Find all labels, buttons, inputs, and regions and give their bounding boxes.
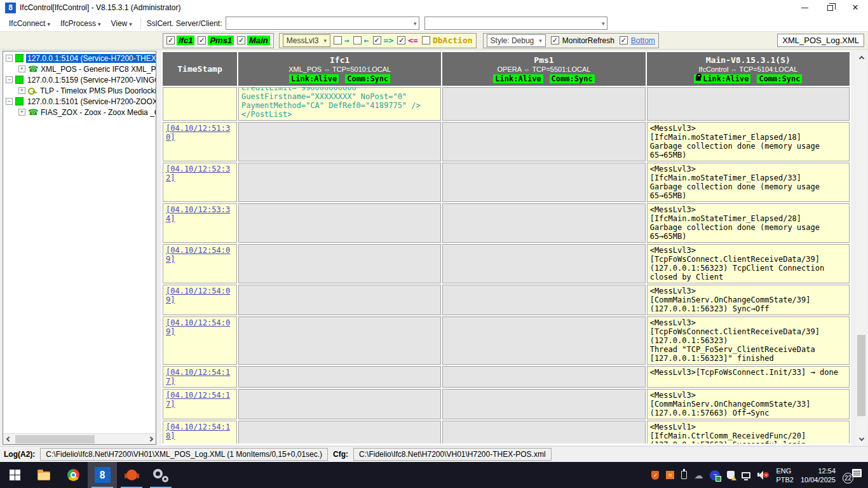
filter-toggle-3[interactable]: ✓<=: [397, 36, 418, 45]
tree-item-label: XML_POS - Generic IFC8 XML_POS I: [39, 65, 156, 74]
start-button[interactable]: [0, 462, 29, 488]
log-vertical-scrollbar[interactable]: [856, 51, 867, 445]
pms1-cell: [442, 203, 645, 243]
language-indicator[interactable]: ENG PTB2: [776, 466, 794, 484]
timestamp-link[interactable]: [04.10/12:54:09]: [166, 246, 230, 264]
tree-item-5[interactable]: +☎FIAS_ZOX - Zoox - Zoox Media _Conn: [3, 107, 156, 118]
chevron-up-icon: [858, 56, 864, 61]
expand-icon[interactable]: +: [18, 65, 25, 72]
volume-tray-button[interactable]: ×: [757, 471, 769, 480]
filter-checkbox-2[interactable]: ✓: [373, 36, 381, 44]
mess-level-combo[interactable]: MessLvl3 ▾: [283, 34, 330, 47]
scroll-down-button[interactable]: [860, 433, 864, 442]
comm-status-badge: Comm:Sync: [550, 74, 595, 83]
log-table-header: TimeStampIfc1XML_POS ⇔ TCP=5010:LOCALLin…: [163, 52, 850, 86]
ifc8-app-button[interactable]: 8: [88, 462, 117, 488]
main-message: <MessLvl3> [TcpFoWsConnect.ClientReceive…: [650, 246, 825, 281]
channel-checkbox-group: ✓Ifc1✓Pms1✓Main: [163, 33, 274, 48]
filter-toggle-2[interactable]: ✓=>: [373, 36, 394, 45]
filter-checkbox-1[interactable]: [353, 36, 362, 44]
expand-icon[interactable]: +: [18, 109, 25, 116]
filter-checkbox-3[interactable]: ✓: [397, 36, 405, 44]
tree-scroll-thumb[interactable]: [15, 435, 95, 444]
usb-icon: [681, 471, 687, 479]
bottom-option[interactable]: ✓ Bottom: [620, 36, 655, 45]
expand-icon[interactable]: +: [18, 87, 25, 94]
network-tray-button[interactable]: [742, 472, 750, 478]
monitor-refresh-checkbox[interactable]: ✓: [551, 36, 559, 44]
collapse-icon[interactable]: −: [6, 98, 13, 105]
restore-button[interactable]: [817, 0, 843, 15]
notification-center-button[interactable]: 22: [843, 469, 862, 482]
settings-app-button[interactable]: [146, 462, 175, 488]
main-message: <MessLvl3>[IfcMain.moStateTimer_Elapsed/…: [650, 165, 820, 200]
collapse-icon[interactable]: −: [6, 55, 13, 62]
timestamp-cell: [04.10/12:54:17]: [163, 389, 237, 419]
timestamp-link[interactable]: [04.10/12:52:32]: [166, 165, 230, 182]
tree-item-0[interactable]: −127.0.0.1:5104 (Service-H7200-THEX-PO: [3, 53, 156, 64]
scroll-right-button[interactable]: [145, 434, 156, 445]
log-scroll-thumb[interactable]: [857, 335, 865, 416]
filter-toggle-1[interactable]: ←: [353, 36, 369, 45]
main-message: <MessLvl3>[IfcMain.moStateTimer_Elapsed/…: [650, 124, 820, 159]
filter-toggle-0[interactable]: →: [334, 36, 349, 45]
monitor-refresh-option[interactable]: ✓ MonitorRefresh: [551, 36, 614, 45]
bottom-link[interactable]: Bottom: [631, 36, 655, 45]
close-button[interactable]: ×: [843, 0, 868, 15]
main-message: <MessLvl3> [TcpFoWsConnect.ClientReceive…: [650, 318, 820, 363]
timestamp-link[interactable]: [04.10/12:54:09]: [166, 287, 230, 304]
filter-checkbox-4[interactable]: [422, 36, 430, 44]
defender-tray-button[interactable]: [727, 471, 735, 479]
menu-item-view[interactable]: View▾: [105, 17, 137, 30]
file-explorer-button[interactable]: [29, 462, 58, 488]
tree-item-2[interactable]: −127.0.0.1:5159 (Service-H7200-VINGCAF: [3, 74, 156, 85]
scroll-left-button[interactable]: [3, 434, 14, 445]
java-update-tray-button[interactable]: ≈: [666, 471, 674, 479]
filter-label-4: DbAction: [433, 36, 473, 45]
timestamp-link[interactable]: [04.10/12:54:18]: [166, 423, 230, 440]
ssl-server-combo[interactable]: ▾: [226, 17, 419, 30]
filter-checkbox-0[interactable]: [334, 36, 342, 44]
tree-horizontal-scrollbar[interactable]: [3, 433, 156, 444]
pms1-cell: [442, 316, 645, 365]
clock[interactable]: 12:54 10/04/2025: [801, 466, 836, 484]
timestamp-link[interactable]: [04.10/12:54:17]: [166, 368, 230, 386]
monitor-app-tray-button[interactable]: ~: [710, 470, 720, 480]
tree-item-3[interactable]: +TLP - Timelox PMS Plus Doorlocking S: [3, 85, 156, 96]
bottom-checkbox[interactable]: ✓: [620, 36, 628, 44]
minimize-button[interactable]: [792, 0, 817, 15]
collapse-icon[interactable]: −: [6, 76, 13, 83]
ifc1-checkbox[interactable]: ✓: [166, 36, 175, 44]
ssl-client-combo[interactable]: ▾: [424, 17, 607, 30]
pms1-checkbox[interactable]: ✓: [198, 36, 206, 44]
channel-toggle-pms1[interactable]: ✓Pms1: [198, 36, 234, 45]
scroll-up-button[interactable]: [860, 53, 864, 62]
timestamp-link[interactable]: [04.10/12:54:17]: [166, 391, 230, 409]
column-title: Pms1: [534, 55, 553, 65]
chevron-down-icon: ▾: [414, 20, 417, 27]
main-checkbox[interactable]: ✓: [237, 36, 245, 44]
tree-item-1[interactable]: +☎XML_POS - Generic IFC8 XML_POS I: [3, 64, 156, 74]
tree-item-4[interactable]: −127.0.0.1:5101 (Service-H7200-ZOOX-WV: [3, 96, 156, 107]
ifc1-cell: CreditLimit= 990000000000 GuestFirstname…: [238, 87, 441, 121]
usb-tray-button[interactable]: [681, 471, 687, 479]
channel-toggle-ifc1[interactable]: ✓Ifc1: [166, 36, 194, 45]
language-primary: ENG: [776, 466, 794, 475]
style-combo[interactable]: Style: Debug ▾: [487, 34, 546, 47]
comm-status-badge: Comm:Sync: [757, 74, 802, 83]
timestamp-link[interactable]: [04.10/12:51:30]: [166, 124, 230, 142]
antivirus-shield-tray-button[interactable]: ✓: [651, 471, 659, 480]
filter-toggle-4[interactable]: DbAction: [422, 36, 473, 45]
pms1-cell: [442, 389, 645, 419]
channel-toggle-main[interactable]: ✓Main: [237, 36, 270, 45]
timestamp-link[interactable]: [04.10/12:53:34]: [166, 205, 230, 223]
menu-item-ifcprocess[interactable]: IfcProcess▾: [55, 17, 106, 30]
headset-app-button[interactable]: [117, 462, 146, 488]
cloud-tray-button[interactable]: ☁: [694, 471, 703, 480]
timestamp-link[interactable]: [04.10/12:54:09]: [166, 318, 230, 336]
chevron-right-icon: [147, 437, 153, 442]
column-subtitle: IfcControl ⇔ TCP=5104:LOCAL: [698, 65, 797, 73]
menu-item-ifcconnect[interactable]: IfcConnect▾: [4, 17, 55, 30]
main-cell: <MessLvl3>[IfcMain.moStateTimer_Elapsed/…: [647, 163, 850, 202]
chrome-button[interactable]: [58, 462, 88, 488]
